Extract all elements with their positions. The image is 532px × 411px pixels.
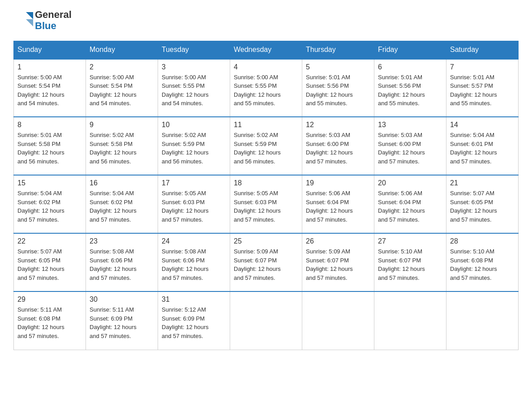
calendar-cell: 20 Sunrise: 5:06 AM Sunset: 6:04 PM Dayl… (374, 175, 446, 233)
day-info: Sunrise: 5:02 AM Sunset: 5:59 PM Dayligh… (234, 131, 298, 166)
day-number: 21 (450, 179, 515, 187)
calendar-cell: 15 Sunrise: 5:04 AM Sunset: 6:02 PM Dayl… (14, 175, 86, 233)
day-info: Sunrise: 5:00 AM Sunset: 5:55 PM Dayligh… (162, 73, 226, 108)
week-row-5: 29 Sunrise: 5:11 AM Sunset: 6:08 PM Dayl… (14, 291, 519, 350)
day-number: 11 (234, 121, 298, 129)
calendar-cell (446, 291, 519, 350)
calendar-cell: 6 Sunrise: 5:01 AM Sunset: 5:56 PM Dayli… (374, 59, 446, 117)
calendar-cell: 26 Sunrise: 5:09 AM Sunset: 6:07 PM Dayl… (302, 233, 374, 291)
day-number: 3 (162, 63, 226, 71)
calendar-cell (374, 291, 446, 350)
day-number: 14 (450, 121, 515, 129)
day-info: Sunrise: 5:02 AM Sunset: 5:58 PM Dayligh… (90, 131, 154, 166)
day-number: 9 (90, 121, 154, 129)
day-info: Sunrise: 5:02 AM Sunset: 5:59 PM Dayligh… (162, 131, 226, 166)
logo: General Blue (13, 9, 72, 32)
day-info: Sunrise: 5:03 AM Sunset: 6:00 PM Dayligh… (378, 131, 442, 166)
day-number: 18 (234, 179, 298, 187)
day-number: 4 (234, 63, 298, 71)
calendar-cell (302, 291, 374, 350)
day-info: Sunrise: 5:01 AM Sunset: 5:56 PM Dayligh… (378, 73, 442, 108)
calendar-cell: 28 Sunrise: 5:10 AM Sunset: 6:08 PM Dayl… (446, 233, 519, 291)
day-info: Sunrise: 5:08 AM Sunset: 6:06 PM Dayligh… (90, 247, 154, 282)
calendar-cell (230, 291, 302, 350)
day-number: 15 (17, 179, 82, 187)
day-info: Sunrise: 5:03 AM Sunset: 6:00 PM Dayligh… (306, 131, 370, 166)
day-info: Sunrise: 5:06 AM Sunset: 6:04 PM Dayligh… (378, 189, 442, 224)
logo-svg (13, 9, 33, 29)
day-info: Sunrise: 5:00 AM Sunset: 5:55 PM Dayligh… (234, 73, 298, 108)
calendar-cell: 23 Sunrise: 5:08 AM Sunset: 6:06 PM Dayl… (86, 233, 158, 291)
day-number: 25 (234, 237, 298, 245)
day-number: 28 (450, 237, 515, 245)
column-header-tuesday: Tuesday (158, 41, 230, 59)
calendar-table: SundayMondayTuesdayWednesdayThursdayFrid… (13, 41, 519, 350)
day-info: Sunrise: 5:04 AM Sunset: 6:01 PM Dayligh… (450, 131, 515, 166)
calendar-cell: 12 Sunrise: 5:03 AM Sunset: 6:00 PM Dayl… (302, 117, 374, 175)
day-number: 12 (306, 121, 370, 129)
calendar-cell: 24 Sunrise: 5:08 AM Sunset: 6:06 PM Dayl… (158, 233, 230, 291)
day-number: 17 (162, 179, 226, 187)
day-info: Sunrise: 5:06 AM Sunset: 6:04 PM Dayligh… (306, 189, 370, 224)
day-info: Sunrise: 5:01 AM Sunset: 5:57 PM Dayligh… (450, 73, 515, 108)
column-header-sunday: Sunday (14, 41, 86, 59)
calendar-cell: 2 Sunrise: 5:00 AM Sunset: 5:54 PM Dayli… (86, 59, 158, 117)
day-info: Sunrise: 5:01 AM Sunset: 5:58 PM Dayligh… (17, 131, 82, 166)
column-header-saturday: Saturday (446, 41, 519, 59)
calendar-cell: 8 Sunrise: 5:01 AM Sunset: 5:58 PM Dayli… (14, 117, 86, 175)
calendar-cell: 9 Sunrise: 5:02 AM Sunset: 5:58 PM Dayli… (86, 117, 158, 175)
day-info: Sunrise: 5:05 AM Sunset: 6:03 PM Dayligh… (162, 189, 226, 224)
day-number: 24 (162, 237, 226, 245)
calendar-cell: 29 Sunrise: 5:11 AM Sunset: 6:08 PM Dayl… (14, 291, 86, 350)
svg-marker-1 (26, 19, 33, 26)
day-number: 23 (90, 237, 154, 245)
day-info: Sunrise: 5:11 AM Sunset: 6:09 PM Dayligh… (90, 305, 154, 340)
calendar-cell: 1 Sunrise: 5:00 AM Sunset: 5:54 PM Dayli… (14, 59, 86, 117)
day-info: Sunrise: 5:01 AM Sunset: 5:56 PM Dayligh… (306, 73, 370, 108)
day-number: 27 (378, 237, 442, 245)
logo-text: General Blue (35, 9, 72, 32)
day-info: Sunrise: 5:07 AM Sunset: 6:05 PM Dayligh… (17, 247, 82, 282)
calendar-cell: 25 Sunrise: 5:09 AM Sunset: 6:07 PM Dayl… (230, 233, 302, 291)
day-number: 1 (17, 63, 82, 71)
column-header-wednesday: Wednesday (230, 41, 302, 59)
calendar-cell: 27 Sunrise: 5:10 AM Sunset: 6:07 PM Dayl… (374, 233, 446, 291)
day-info: Sunrise: 5:04 AM Sunset: 6:02 PM Dayligh… (17, 189, 82, 224)
day-number: 16 (90, 179, 154, 187)
column-header-thursday: Thursday (302, 41, 374, 59)
day-info: Sunrise: 5:05 AM Sunset: 6:03 PM Dayligh… (234, 189, 298, 224)
day-number: 2 (90, 63, 154, 71)
day-info: Sunrise: 5:00 AM Sunset: 5:54 PM Dayligh… (90, 73, 154, 108)
day-number: 6 (378, 63, 442, 71)
day-number: 10 (162, 121, 226, 129)
calendar-header: SundayMondayTuesdayWednesdayThursdayFrid… (14, 41, 519, 59)
day-number: 22 (17, 237, 82, 245)
day-info: Sunrise: 5:10 AM Sunset: 6:07 PM Dayligh… (378, 247, 442, 282)
day-info: Sunrise: 5:07 AM Sunset: 6:05 PM Dayligh… (450, 189, 515, 224)
day-number: 19 (306, 179, 370, 187)
day-info: Sunrise: 5:00 AM Sunset: 5:54 PM Dayligh… (17, 73, 82, 108)
calendar-body: 1 Sunrise: 5:00 AM Sunset: 5:54 PM Dayli… (14, 59, 519, 350)
day-number: 31 (162, 295, 226, 304)
calendar-cell: 30 Sunrise: 5:11 AM Sunset: 6:09 PM Dayl… (86, 291, 158, 350)
day-number: 7 (450, 63, 515, 71)
calendar-cell: 3 Sunrise: 5:00 AM Sunset: 5:55 PM Dayli… (158, 59, 230, 117)
calendar-cell: 10 Sunrise: 5:02 AM Sunset: 5:59 PM Dayl… (158, 117, 230, 175)
calendar-cell: 17 Sunrise: 5:05 AM Sunset: 6:03 PM Dayl… (158, 175, 230, 233)
calendar-cell: 14 Sunrise: 5:04 AM Sunset: 6:01 PM Dayl… (446, 117, 519, 175)
calendar-cell: 22 Sunrise: 5:07 AM Sunset: 6:05 PM Dayl… (14, 233, 86, 291)
logo-general: General (35, 9, 72, 20)
day-info: Sunrise: 5:04 AM Sunset: 6:02 PM Dayligh… (90, 189, 154, 224)
calendar-cell: 31 Sunrise: 5:12 AM Sunset: 6:09 PM Dayl… (158, 291, 230, 350)
day-info: Sunrise: 5:12 AM Sunset: 6:09 PM Dayligh… (162, 305, 226, 340)
day-number: 20 (378, 179, 442, 187)
calendar-cell: 4 Sunrise: 5:00 AM Sunset: 5:55 PM Dayli… (230, 59, 302, 117)
day-info: Sunrise: 5:10 AM Sunset: 6:08 PM Dayligh… (450, 247, 515, 282)
logo-blue: Blue (35, 20, 72, 31)
calendar-cell: 21 Sunrise: 5:07 AM Sunset: 6:05 PM Dayl… (446, 175, 519, 233)
day-number: 29 (17, 295, 82, 304)
calendar-cell: 16 Sunrise: 5:04 AM Sunset: 6:02 PM Dayl… (86, 175, 158, 233)
page-header: General Blue (13, 9, 519, 32)
week-row-3: 15 Sunrise: 5:04 AM Sunset: 6:02 PM Dayl… (14, 175, 519, 233)
week-row-4: 22 Sunrise: 5:07 AM Sunset: 6:05 PM Dayl… (14, 233, 519, 291)
